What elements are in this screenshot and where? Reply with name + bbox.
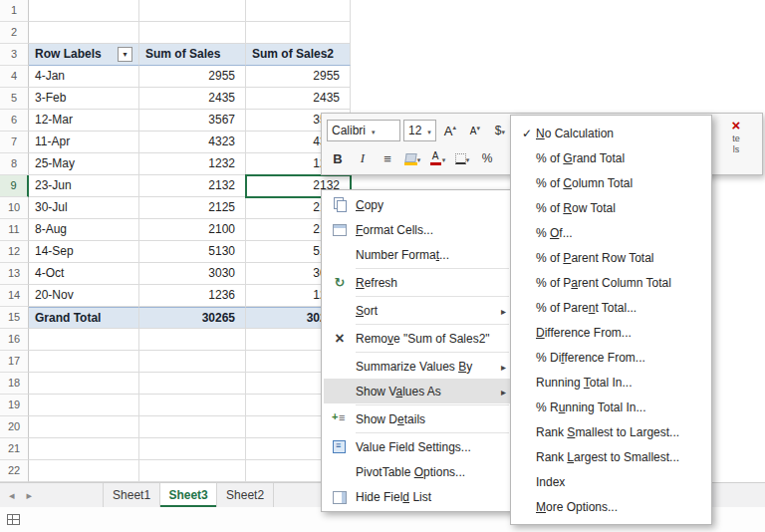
row-header-13[interactable]: 13 <box>0 263 29 285</box>
menu-item-refresh[interactable]: Refresh <box>324 270 512 295</box>
row-labels-filter-button[interactable] <box>118 47 132 62</box>
pivot-sales-cell[interactable]: 2132 <box>139 175 246 197</box>
font-color-button[interactable] <box>426 147 448 169</box>
macro-record-icon[interactable] <box>7 514 20 525</box>
pivot-sales2-cell[interactable]: 2435 <box>246 88 351 110</box>
row-header-7[interactable]: 7 <box>0 132 29 153</box>
row-header-8[interactable]: 8 <box>0 153 29 175</box>
empty-cell[interactable] <box>139 22 246 44</box>
italic-button[interactable]: I <box>352 147 374 169</box>
pivot-row-label-cell[interactable]: 11-Apr <box>29 132 139 153</box>
pivot-grand-total-sales-cell[interactable]: 30265 <box>139 307 246 329</box>
menu-item-show-values-as[interactable]: Show Values As <box>324 379 512 403</box>
pivot-row-label-cell[interactable]: 23-Jun <box>29 175 139 197</box>
tab-scroll-left-icon[interactable] <box>9 488 15 502</box>
toolbar-overflow-button[interactable]: te ls <box>714 119 758 155</box>
pivot-sales-cell[interactable]: 2100 <box>139 219 246 241</box>
pivot-grand-total-label-cell[interactable]: Grand Total <box>29 307 139 329</box>
submenu-item-rank-largest-to-smallest[interactable]: Rank Largest to Smallest... <box>513 444 709 469</box>
empty-cell[interactable] <box>29 373 139 395</box>
menu-item-copy[interactable]: Copy <box>324 192 512 217</box>
menu-item-hide-field-list[interactable]: Hide Field List <box>324 484 512 509</box>
pivot-row-label-cell[interactable]: 8-Aug <box>29 219 139 241</box>
menu-item-sort[interactable]: Sort <box>324 298 512 323</box>
submenu-item-more-options[interactable]: More Options... <box>513 494 709 519</box>
borders-button[interactable] <box>451 147 473 169</box>
row-header-10[interactable]: 10 <box>0 197 29 219</box>
pivot-row-label-cell[interactable]: 25-May <box>29 153 139 175</box>
empty-cell[interactable] <box>29 416 139 438</box>
row-header-2[interactable]: 2 <box>0 22 29 44</box>
row-header-22[interactable]: 22 <box>0 460 29 482</box>
menu-item-show-details[interactable]: Show Details <box>324 406 512 431</box>
submenu-item-percent-of-grand-total[interactable]: % of Grand Total <box>513 145 709 170</box>
tab-sheet3[interactable]: Sheet3 <box>160 483 217 507</box>
empty-cell[interactable] <box>139 373 246 395</box>
pivot-sales-cell[interactable]: 4323 <box>139 132 246 153</box>
pivot-row-label-cell[interactable]: 4-Oct <box>29 263 139 285</box>
submenu-item-percent-of-parent-total[interactable]: % of Parent Total... <box>513 295 709 320</box>
pivot-row-label-cell[interactable]: 3-Feb <box>29 88 139 110</box>
row-header-4[interactable]: 4 <box>0 66 29 88</box>
row-header-21[interactable]: 21 <box>0 438 29 460</box>
tab-sheet2[interactable]: Sheet2 <box>217 483 274 507</box>
pivot-sales-cell[interactable]: 1232 <box>139 153 246 175</box>
empty-cell[interactable] <box>29 0 139 22</box>
empty-cell[interactable] <box>139 329 246 351</box>
submenu-item-percent-of-row-total[interactable]: % of Row Total <box>513 195 709 220</box>
row-header-3[interactable]: 3 <box>0 44 29 66</box>
font-size-select[interactable]: 12 <box>403 120 436 141</box>
row-header-6[interactable]: 6 <box>0 110 29 132</box>
submenu-item-index[interactable]: Index <box>513 469 709 494</box>
tab-scroll-right-icon[interactable] <box>27 488 33 502</box>
empty-cell[interactable] <box>29 351 139 373</box>
percent-style-button[interactable]: % <box>476 147 498 169</box>
row-header-9[interactable]: 9 <box>0 175 29 197</box>
row-header-11[interactable]: 11 <box>0 219 29 241</box>
submenu-item-percent-running-total-in[interactable]: % Running Total In... <box>513 395 709 419</box>
pivot-row-label-cell[interactable]: 30-Jul <box>29 197 139 219</box>
empty-cell[interactable] <box>139 395 246 416</box>
submenu-item-no-calculation[interactable]: No Calculation <box>513 121 709 145</box>
row-header-1[interactable]: 1 <box>0 0 29 22</box>
empty-cell[interactable] <box>139 0 246 22</box>
empty-cell[interactable] <box>29 438 139 460</box>
row-header-14[interactable]: 14 <box>0 285 29 307</box>
pivot-header-cell-sum-of-sales2[interactable]: Sum of Sales2 <box>246 44 351 66</box>
row-header-20[interactable]: 20 <box>0 416 29 438</box>
bold-button[interactable]: B <box>327 147 349 169</box>
empty-cell[interactable] <box>29 395 139 416</box>
pivot-row-label-cell[interactable]: 4-Jan <box>29 66 139 88</box>
pivot-sales-cell[interactable]: 3567 <box>139 110 246 132</box>
grow-font-button[interactable] <box>439 120 461 141</box>
menu-item-format-cells[interactable]: Format Cells... <box>324 217 512 242</box>
empty-cell[interactable] <box>29 22 139 44</box>
row-header-12[interactable]: 12 <box>0 241 29 263</box>
pivot-row-label-cell[interactable]: 20-Nov <box>29 285 139 307</box>
pivot-sales2-cell[interactable]: 2955 <box>246 66 351 88</box>
center-align-button[interactable]: ≡ <box>377 147 398 169</box>
pivot-sales-cell[interactable]: 2125 <box>139 197 246 219</box>
pivot-header-cell-sum-of-sales[interactable]: Sum of Sales <box>139 44 246 66</box>
pivot-row-label-cell[interactable]: 12-Mar <box>29 110 139 132</box>
pivot-header-cell-row-labels[interactable]: Row Labels <box>29 44 139 66</box>
submenu-item-running-total-in[interactable]: Running Total In... <box>513 370 709 395</box>
empty-cell[interactable] <box>139 460 246 482</box>
empty-cell[interactable] <box>139 351 246 373</box>
shrink-font-button[interactable] <box>464 120 486 141</box>
empty-cell[interactable] <box>29 460 139 482</box>
row-header-5[interactable]: 5 <box>0 88 29 110</box>
submenu-item-percent-difference-from[interactable]: % Difference From... <box>513 345 709 370</box>
menu-item-remove-sum-of-sales2[interactable]: Remove "Sum of Sales2" <box>324 326 512 351</box>
pivot-row-label-cell[interactable]: 14-Sep <box>29 241 139 263</box>
pivot-sales-cell[interactable]: 2435 <box>139 88 246 110</box>
empty-cell[interactable] <box>29 329 139 351</box>
pivot-sales-cell[interactable]: 2955 <box>139 66 246 88</box>
fill-color-button[interactable] <box>401 147 423 169</box>
submenu-item-rank-smallest-to-largest[interactable]: Rank Smallest to Largest... <box>513 419 709 444</box>
pivot-sales-cell[interactable]: 5130 <box>139 241 246 263</box>
row-header-15[interactable]: 15 <box>0 307 29 329</box>
empty-cell[interactable] <box>139 438 246 460</box>
row-header-18[interactable]: 18 <box>0 373 29 395</box>
submenu-item-percent-of-parent-column-total[interactable]: % of Parent Column Total <box>513 270 709 295</box>
